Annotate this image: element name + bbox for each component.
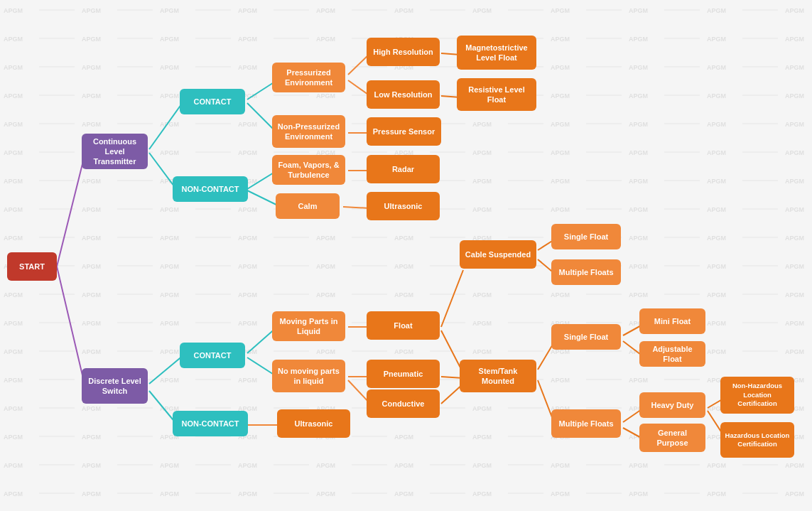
non-hazardous-certification-node: Non-Hazardous Location Certification xyxy=(720,377,794,414)
high-resolution-node: High Resolution xyxy=(367,38,440,66)
pressure-sensor-node: Pressure Sensor xyxy=(367,117,441,146)
pneumatic-node: Pneumatic xyxy=(367,360,440,388)
foam-vapors-node: Foam, Vapors, & Turbulence xyxy=(272,155,345,185)
start-node: START xyxy=(7,252,57,281)
mini-float-node: Mini Float xyxy=(639,308,705,334)
contact-top-node: CONTACT xyxy=(180,89,245,114)
no-moving-parts-node: No moving parts in liquid xyxy=(272,360,345,392)
float-node: Float xyxy=(367,311,440,340)
low-resolution-node: Low Resolution xyxy=(367,80,440,109)
moving-parts-node: Moving Parts in Liquid xyxy=(272,311,345,341)
single-float-top-node: Single Float xyxy=(551,224,621,249)
ultrasonic-top-node: Ultrasonic xyxy=(367,192,440,220)
multiple-floats-top-node: Multiple Floats xyxy=(551,259,621,285)
general-purpose-node: General Purpose xyxy=(639,424,705,452)
ultrasonic-bot-node: Ultrasonic xyxy=(277,409,350,438)
single-float-bot-node: Single Float xyxy=(551,324,621,350)
non-contact-bot-node: NON-CONTACT xyxy=(173,411,248,436)
hazardous-certification-node: Hazardous Location Certification xyxy=(720,422,794,458)
stem-tank-mounted-node: Stem/Tank Mounted xyxy=(460,360,536,392)
chart-area: APGM xyxy=(0,0,812,511)
cable-suspended-node: Cable Suspended xyxy=(460,240,536,269)
non-contact-top-node: NON-CONTACT xyxy=(173,176,248,202)
calm-node: Calm xyxy=(276,193,340,219)
heavy-duty-node: Heavy Duty xyxy=(639,392,705,418)
conductive-node: Conductive xyxy=(367,389,440,418)
adjustable-float-node: Adjustable Float xyxy=(639,341,705,367)
radar-node: Radar xyxy=(367,155,440,183)
continuous-level-transmitter-node: Continuous Level Transmitter xyxy=(82,134,148,169)
discrete-level-switch-node: Discrete Level Switch xyxy=(82,368,148,404)
magnetostrictive-level-float-node: Magnetostrictive Level Float xyxy=(457,36,536,70)
multiple-floats-bot-node: Multiple Floats xyxy=(551,409,621,438)
non-pressurized-environment-node: Non-Pressurized Environment xyxy=(272,115,345,148)
contact-bot-node: CONTACT xyxy=(180,343,245,368)
resistive-level-float-node: Resistive Level Float xyxy=(457,78,536,111)
pressurized-environment-node: Pressurized Environment xyxy=(272,63,345,92)
